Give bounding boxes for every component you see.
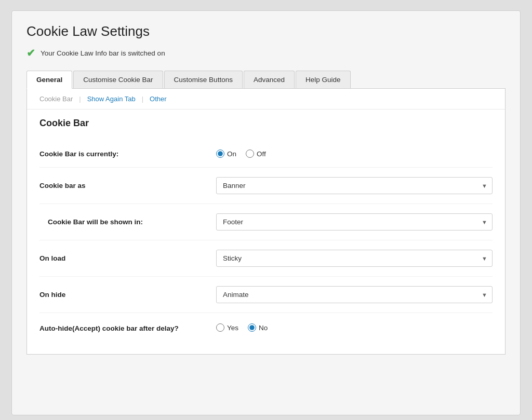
radio-yes-label: Yes <box>227 324 238 332</box>
field-cookie-bar-status: Cookie Bar is currently: On Off <box>39 140 493 168</box>
tab-general[interactable]: General <box>26 71 72 89</box>
panel-content: Cookie Bar | Show Again Tab | Other Cook… <box>26 89 506 355</box>
radio-no-input[interactable] <box>248 323 256 332</box>
select-on-hide[interactable]: Animate Slide Fade None <box>216 286 493 303</box>
select-wrapper-cookie-bar-as: Banner Popup Widget ▼ <box>216 177 493 194</box>
sub-nav: Cookie Bar | Show Again Tab | Other <box>27 89 505 110</box>
select-cookie-bar-as[interactable]: Banner Popup Widget <box>216 177 493 194</box>
control-on-load: Sticky Static Float ▼ <box>216 250 493 267</box>
label-cookie-bar-as: Cookie bar as <box>39 182 216 189</box>
sub-nav-cookie-bar: Cookie Bar <box>37 95 75 103</box>
tab-help-guide[interactable]: Help Guide <box>296 71 351 88</box>
radio-group-auto-hide: Yes No <box>216 323 493 332</box>
radio-no-label: No <box>259 324 268 332</box>
select-wrapper-on-hide: Animate Slide Fade None ▼ <box>216 286 493 303</box>
control-cookie-bar-shown-in: Footer Header Body ▼ <box>216 213 493 231</box>
radio-no[interactable]: No <box>248 323 268 332</box>
sub-nav-sep-2: | <box>142 95 143 103</box>
status-check-icon: ✔ <box>26 47 35 59</box>
label-auto-hide: Auto-hide(Accept) cookie bar after delay… <box>39 323 216 332</box>
select-wrapper-on-load: Sticky Static Float ▼ <box>216 250 493 267</box>
section-title: Cookie Bar <box>39 118 493 129</box>
label-cookie-bar-shown-in: Cookie Bar will be shown in: <box>39 218 216 226</box>
radio-on-input[interactable] <box>216 150 224 158</box>
radio-on-label: On <box>227 150 236 158</box>
select-wrapper-shown-in: Footer Header Body ▼ <box>216 213 493 231</box>
radio-yes-input[interactable] <box>216 323 224 332</box>
sub-nav-sep-1: | <box>79 95 81 103</box>
page-container: Cookie Law Settings ✔ Your Cookie Law In… <box>11 10 521 415</box>
tab-customise-cookie-bar[interactable]: Customise Cookie Bar <box>73 71 163 88</box>
tab-advanced[interactable]: Advanced <box>244 71 295 88</box>
status-bar: ✔ Your Cookie Law Info bar is switched o… <box>26 47 506 59</box>
radio-on[interactable]: On <box>216 150 236 158</box>
radio-off-input[interactable] <box>246 150 254 158</box>
radio-off[interactable]: Off <box>246 150 266 158</box>
sub-nav-other[interactable]: Other <box>148 95 169 103</box>
field-on-load: On load Sticky Static Float ▼ <box>39 240 493 277</box>
sub-nav-show-again-tab[interactable]: Show Again Tab <box>85 95 138 103</box>
radio-off-label: Off <box>257 150 266 158</box>
tabs-container: General Customise Cookie Bar Customise B… <box>26 71 506 89</box>
field-cookie-bar-as: Cookie bar as Banner Popup Widget ▼ <box>39 168 493 204</box>
radio-group-status: On Off <box>216 150 493 158</box>
field-cookie-bar-shown-in: Cookie Bar will be shown in: Footer Head… <box>39 204 493 240</box>
section-cookie-bar: Cookie Bar Cookie Bar is currently: On O… <box>27 110 505 342</box>
control-auto-hide: Yes No <box>216 323 493 332</box>
status-text: Your Cookie Law Info bar is switched on <box>41 49 165 57</box>
control-cookie-bar-status: On Off <box>216 150 493 158</box>
tab-customise-buttons[interactable]: Customise Buttons <box>164 71 243 88</box>
field-on-hide: On hide Animate Slide Fade None ▼ <box>39 277 493 313</box>
select-shown-in[interactable]: Footer Header Body <box>216 213 493 231</box>
control-cookie-bar-as: Banner Popup Widget ▼ <box>216 177 493 194</box>
label-cookie-bar-status: Cookie Bar is currently: <box>39 150 216 158</box>
label-on-hide: On hide <box>39 291 216 299</box>
select-on-load[interactable]: Sticky Static Float <box>216 250 493 267</box>
label-on-load: On load <box>39 254 216 262</box>
control-on-hide: Animate Slide Fade None ▼ <box>216 286 493 303</box>
radio-yes[interactable]: Yes <box>216 323 238 332</box>
field-auto-hide: Auto-hide(Accept) cookie bar after delay… <box>39 313 493 342</box>
page-title: Cookie Law Settings <box>26 23 506 39</box>
